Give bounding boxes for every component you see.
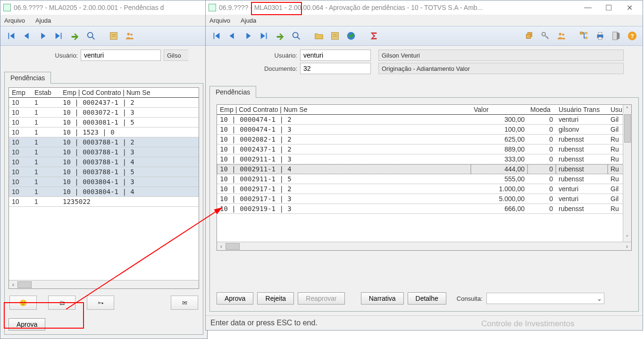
col-moeda[interactable]: Moeda — [527, 105, 556, 115]
maximize-icon[interactable]: ☐ — [598, 1, 619, 14]
report-icon[interactable] — [327, 28, 343, 43]
report-icon[interactable] — [106, 28, 121, 43]
folder-icon[interactable]: 🗂 — [48, 296, 75, 310]
usuario-field[interactable] — [81, 50, 161, 61]
table-row[interactable]: 10 | 0000474-1 | 2300,000venturiGil — [217, 115, 631, 125]
table-row[interactable]: 10 | 0002911-1 | 3333,000rubensstRu — [217, 154, 631, 164]
nav-last-icon[interactable] — [51, 28, 67, 43]
detalhe-button[interactable]: Detalhe — [408, 292, 446, 305]
goto-icon[interactable] — [67, 28, 83, 43]
svg-rect-5 — [332, 33, 339, 40]
users-icon[interactable] — [554, 28, 569, 43]
search-icon[interactable] — [84, 28, 99, 43]
table-row[interactable]: 10 | 0002917-1 | 21.000,000venturiGil — [217, 184, 631, 194]
globe-icon[interactable] — [343, 28, 359, 43]
key-icon[interactable] — [538, 28, 553, 43]
face-icon[interactable]: 🙂 — [9, 296, 37, 310]
svg-rect-18 — [613, 32, 617, 40]
table-row[interactable]: 10 | 0000474-1 | 3100,000gilsonvGil — [217, 125, 631, 135]
col-valor[interactable]: Valor — [471, 105, 527, 115]
folder-icon[interactable] — [311, 28, 326, 43]
statusbar: Enter data or press ESC to end. — [206, 315, 643, 330]
mail-icon[interactable]: ✉ — [171, 296, 198, 310]
table-row[interactable]: 10 | 0002917-1 | 35.000,000venturiGil — [217, 194, 631, 204]
menu-arquivo[interactable]: Arquivo — [2, 16, 27, 25]
tab-pendencias[interactable]: Pendências — [4, 72, 51, 84]
col-chave[interactable]: Emp | Cod Contrato | Num Se — [60, 88, 199, 98]
grid-pendencias[interactable]: Emp | Cod Contrato | Num Se Valor Moeda … — [217, 104, 632, 251]
narrativa-button[interactable]: Narrativa — [361, 292, 404, 305]
table-row[interactable]: 10110 | 0002437-1 | 2 — [9, 98, 199, 108]
table-row[interactable]: 10110 | 0003072-1 | 3 — [9, 108, 199, 118]
table-row[interactable]: 10 | 0002911-1 | 4444,000rubensstRu — [217, 164, 631, 174]
h-scrollbar[interactable]: ‹ — [9, 280, 199, 288]
tabstrip: Pendências — [0, 70, 207, 83]
tree-icon[interactable] — [577, 28, 592, 43]
scroll-right-icon[interactable]: › — [623, 243, 631, 250]
print-icon[interactable] — [593, 28, 608, 43]
help-icon[interactable]: ? — [625, 28, 640, 43]
titlebar[interactable]: 06.9.???? - MLA0205 - 2.00.00.001 - Pend… — [0, 0, 207, 15]
scroll-down-icon[interactable]: ˅ — [626, 233, 629, 242]
nav-first-icon[interactable] — [3, 28, 18, 43]
svg-rect-1 — [110, 33, 117, 40]
sigma-icon[interactable] — [366, 28, 381, 43]
table-row[interactable]: 10110 | 1523 | 0 — [9, 127, 199, 137]
nav-first-icon[interactable] — [209, 28, 224, 43]
table-row[interactable]: 10110 | 0003788-1 | 4 — [9, 157, 199, 167]
v-scrollbar[interactable]: ˄ ˅ — [623, 105, 631, 242]
menu-ajuda[interactable]: Ajuda — [33, 16, 53, 25]
table-row[interactable]: 10110 | 0003788-1 | 5 — [9, 167, 199, 177]
table-row[interactable]: 10110 | 0003804-1 | 4 — [9, 187, 199, 197]
table-row[interactable]: 10 | 0002911-1 | 5555,000rubensstRu — [217, 174, 631, 184]
exit-icon[interactable] — [609, 28, 624, 43]
table-row[interactable]: 10 | 0002919-1 | 3666,000rubensstRu — [217, 204, 631, 214]
scroll-left-icon[interactable]: ‹ — [9, 281, 17, 288]
rejeita-button[interactable]: Rejeita — [257, 292, 294, 305]
table-row[interactable]: 10110 | 0003788-1 | 2 — [9, 137, 199, 147]
table-row[interactable]: 10110 | 0003804-1 | 3 — [9, 177, 199, 187]
nav-prev-icon[interactable] — [225, 28, 240, 43]
table-row[interactable]: 10110 | 0003788-1 | 3 — [9, 147, 199, 157]
chevron-down-icon: ⌄ — [597, 295, 602, 302]
goto-icon[interactable] — [273, 28, 288, 43]
table-row[interactable]: 10 | 0002437-1 | 2889,000rubensstRu — [217, 144, 631, 154]
documento-field[interactable] — [300, 63, 371, 74]
aprova-button[interactable]: Aprova — [217, 292, 253, 305]
usuario-field[interactable] — [300, 50, 371, 61]
scroll-left-icon[interactable]: ‹ — [217, 243, 226, 250]
svg-point-0 — [88, 33, 93, 38]
scroll-up-icon[interactable]: ˄ — [626, 105, 629, 113]
menu-arquivo[interactable]: Arquivo — [208, 16, 232, 25]
app-icon — [209, 4, 216, 11]
svg-rect-14 — [585, 37, 588, 39]
col-estab[interactable]: Estab — [32, 88, 60, 98]
h-scrollbar[interactable]: ‹ › — [217, 242, 631, 250]
title-pre: 06.9.???? — [219, 4, 248, 11]
aprova-button[interactable]: Aprova — [8, 318, 45, 331]
grid-pendencias[interactable]: Emp Estab Emp | Cod Contrato | Num Se 10… — [8, 87, 199, 289]
titlebar[interactable]: 06.9.???? - MLA0301 - 2.00.00.064 - Apro… — [206, 0, 643, 15]
nav-next-icon[interactable] — [241, 28, 256, 43]
col-emp[interactable]: Emp — [9, 88, 32, 98]
nav-last-icon[interactable] — [257, 28, 272, 43]
toolbar — [0, 26, 207, 46]
users-icon[interactable] — [122, 28, 137, 43]
nav-next-icon[interactable] — [35, 28, 50, 43]
close-icon[interactable]: ✕ — [619, 1, 640, 14]
key-icon[interactable]: 🗝 — [87, 296, 114, 310]
consulta-combo[interactable]: ⌄ — [486, 293, 604, 304]
menu-ajuda[interactable]: Ajuda — [239, 16, 258, 25]
table-row[interactable]: 10110 | 0003081-1 | 5 — [9, 118, 199, 127]
search-icon[interactable] — [289, 28, 304, 43]
table-row[interactable]: 1011235022 — [9, 197, 199, 207]
table-row[interactable]: 10 | 0002082-1 | 2625,000rubensstRu — [217, 135, 631, 144]
col-chave[interactable]: Emp | Cod Contrato | Num Se — [217, 105, 471, 115]
svg-point-9 — [542, 33, 545, 36]
col-usuario-trans[interactable]: Usuário Trans — [556, 105, 608, 115]
nav-prev-icon[interactable] — [19, 28, 34, 43]
tab-pendencias[interactable]: Pendências — [209, 86, 256, 98]
svg-rect-17 — [598, 37, 602, 40]
stack-icon[interactable] — [522, 28, 537, 43]
minimize-icon[interactable]: — — [577, 1, 598, 14]
